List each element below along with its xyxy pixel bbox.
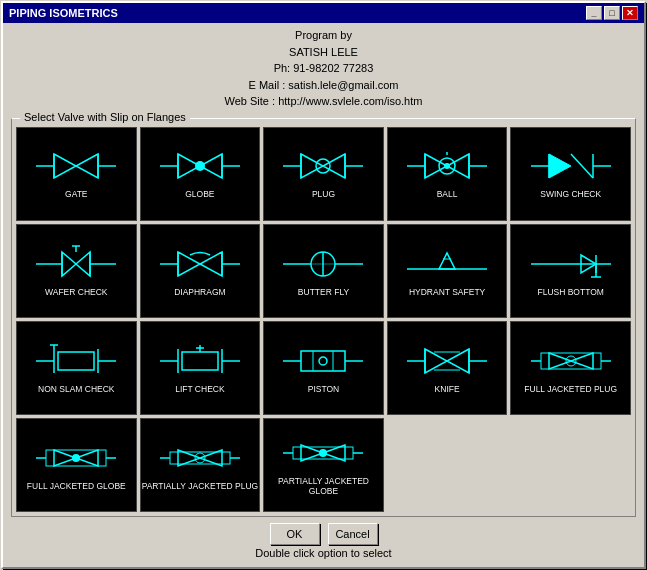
valve-globe[interactable]: GLOBE <box>140 127 261 221</box>
svg-marker-93 <box>549 353 571 369</box>
content-area: Select Valve with Slip on Flanges GATE <box>3 114 644 568</box>
valve-flush-bottom[interactable]: FLUSH BOTTOM <box>510 224 631 318</box>
valve-flush-bottom-label: FLUSH BOTTOM <box>537 287 603 297</box>
valve-wafer-check-label: WAFER CHECK <box>45 287 108 297</box>
title-bar-buttons: _ □ ✕ <box>586 6 638 20</box>
valve-ball-label: BALL <box>437 189 458 199</box>
header-line5: Web Site : http://www.svlele.com/iso.htm <box>7 93 640 110</box>
svg-marker-18 <box>323 154 345 178</box>
title-bar: PIPING ISOMETRICS _ □ ✕ <box>3 3 644 23</box>
valve-knife-label: KNIFE <box>435 384 460 394</box>
valve-globe-label: GLOBE <box>185 189 214 199</box>
svg-marker-40 <box>76 252 90 276</box>
valve-partially-jacketed-plug-label: PARTIALLY JACKETED PLUG <box>142 481 259 491</box>
footer-buttons: OK Cancel <box>11 517 636 547</box>
valve-lift-check-label: LIFT CHECK <box>175 384 224 394</box>
svg-point-12 <box>195 161 205 171</box>
svg-marker-4 <box>54 154 76 178</box>
valve-wafer-check[interactable]: WAFER CHECK <box>16 224 137 318</box>
header-info: Program by SATISH LELE Ph: 91-98202 7728… <box>3 23 644 114</box>
header-line2: SATISH LELE <box>7 44 640 61</box>
valve-gate[interactable]: GATE <box>16 127 137 221</box>
header-line1: Program by <box>7 27 640 44</box>
valve-full-jacketed-plug-label: FULL JACKETED PLUG <box>524 384 617 394</box>
close-button[interactable]: ✕ <box>622 6 638 20</box>
svg-marker-48 <box>200 252 222 276</box>
valve-full-jacketed-globe[interactable]: FULL JACKETED GLOBE <box>16 418 137 512</box>
svg-marker-86 <box>425 349 447 373</box>
svg-point-27 <box>444 163 450 169</box>
svg-point-81 <box>319 357 327 365</box>
svg-marker-94 <box>571 353 593 369</box>
valve-non-slam-check[interactable]: NON SLAM CHECK <box>16 321 137 415</box>
svg-marker-55 <box>439 253 455 269</box>
svg-point-101 <box>72 454 80 462</box>
svg-line-34 <box>571 154 593 178</box>
maximize-button[interactable]: □ <box>604 6 620 20</box>
valve-partially-jacketed-globe[interactable]: PARTIALLY JACKETED GLOBE <box>263 418 384 512</box>
valve-gate-label: GATE <box>65 189 88 199</box>
svg-rect-66 <box>58 352 94 370</box>
valve-non-slam-check-label: NON SLAM CHECK <box>38 384 115 394</box>
valve-butterfly[interactable]: BUTTER FLY <box>263 224 384 318</box>
footer-note: Double click option to select <box>11 547 636 563</box>
valve-ball[interactable]: BALL <box>387 127 508 221</box>
svg-marker-33 <box>549 154 571 178</box>
valve-partially-jacketed-globe-label: PARTIALLY JACKETED GLOBE <box>264 476 383 496</box>
header-line3: Ph: 91-98202 77283 <box>7 60 640 77</box>
valve-hydrant-safety-label: HYDRANT SAFETY <box>409 287 485 297</box>
valve-full-jacketed-plug[interactable]: FULL JACKETED PLUG <box>510 321 631 415</box>
minimize-button[interactable]: _ <box>586 6 602 20</box>
valve-grid: GATE GLOBE <box>16 127 631 513</box>
window-title: PIPING ISOMETRICS <box>9 7 118 19</box>
ok-button[interactable]: OK <box>270 523 320 545</box>
svg-marker-25 <box>447 154 469 178</box>
svg-marker-47 <box>178 252 200 276</box>
valve-partially-jacketed-plug[interactable]: PARTIALLY JACKETED PLUG <box>140 418 261 512</box>
group-label: Select Valve with Slip on Flanges <box>20 111 190 123</box>
svg-marker-17 <box>301 154 323 178</box>
valve-butterfly-label: BUTTER FLY <box>298 287 349 297</box>
svg-marker-39 <box>62 252 76 276</box>
svg-marker-87 <box>447 349 469 373</box>
valve-hydrant-safety[interactable]: HYDRANT SAFETY <box>387 224 508 318</box>
valve-full-jacketed-globe-label: FULL JACKETED GLOBE <box>27 481 126 491</box>
group-box: Select Valve with Slip on Flanges GATE <box>11 118 636 518</box>
svg-rect-78 <box>301 351 345 371</box>
main-window: PIPING ISOMETRICS _ □ ✕ Program by SATIS… <box>1 1 646 569</box>
valve-swing-check-label: SWING CHECK <box>540 189 601 199</box>
header-line4: E Mail : satish.lele@gmail.com <box>7 77 640 94</box>
valve-piston[interactable]: PISTON <box>263 321 384 415</box>
valve-swing-check[interactable]: SWING CHECK <box>510 127 631 221</box>
valve-diaphragm[interactable]: DIAPHRAGM <box>140 224 261 318</box>
valve-plug[interactable]: PLUG <box>263 127 384 221</box>
valve-diaphragm-label: DIAPHRAGM <box>174 287 225 297</box>
valve-piston-label: PISTON <box>308 384 340 394</box>
svg-rect-73 <box>182 352 218 370</box>
svg-point-113 <box>319 449 327 457</box>
valve-plug-label: PLUG <box>312 189 335 199</box>
cancel-button[interactable]: Cancel <box>328 523 378 545</box>
valve-knife[interactable]: KNIFE <box>387 321 508 415</box>
svg-marker-24 <box>425 154 447 178</box>
svg-marker-5 <box>76 154 98 178</box>
valve-lift-check[interactable]: LIFT CHECK <box>140 321 261 415</box>
